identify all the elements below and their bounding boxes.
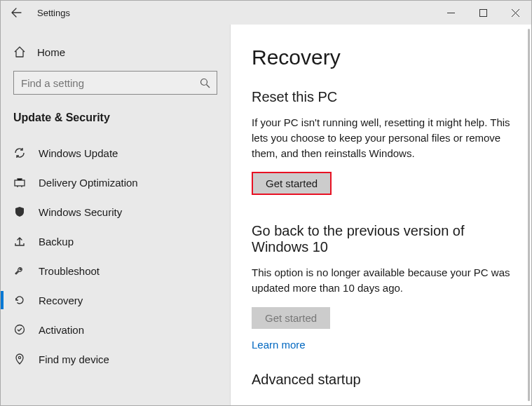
section-body: This option is no longer available becau… (252, 265, 510, 296)
svg-point-4 (18, 356, 20, 358)
sidebar-item-recovery[interactable]: Recovery (1, 285, 230, 315)
find-icon (13, 353, 26, 365)
search-box[interactable] (13, 71, 217, 95)
goback-get-started-button: Get started (252, 307, 330, 329)
sidebar-item-windows-security[interactable]: Windows Security (1, 197, 230, 226)
sidebar-item-delivery-optimization[interactable]: Delivery Optimization (1, 168, 230, 197)
section-go-back: Go back to the previous version of Windo… (252, 223, 510, 351)
content-pane: Recovery Reset this PC If your PC isn't … (231, 25, 531, 405)
section-title: Reset this PC (252, 89, 510, 105)
category-heading: Update & Security (1, 102, 230, 131)
sync-icon (13, 147, 26, 159)
sidebar-item-label: Backup (39, 236, 74, 248)
window-title: Settings (32, 8, 70, 18)
sidebar-item-activation[interactable]: Activation (1, 315, 230, 344)
section-body: If your PC isn't running well, resetting… (252, 115, 510, 161)
home-icon (13, 46, 26, 58)
svg-rect-0 (479, 9, 486, 16)
sidebar: Home Update & Security Windows Update (1, 25, 231, 405)
sidebar-item-label: Find my device (39, 353, 109, 365)
sidebar-item-label: Windows Security (39, 206, 122, 218)
troubleshoot-icon (13, 264, 26, 277)
scrollbar[interactable] (528, 29, 530, 401)
maximize-icon (479, 9, 487, 17)
sidebar-item-label: Activation (39, 324, 84, 336)
sidebar-item-label: Recovery (39, 295, 83, 306)
home-label: Home (37, 46, 65, 58)
search-input[interactable] (14, 77, 193, 89)
search-icon (193, 78, 217, 88)
titlebar: Settings (1, 1, 531, 25)
maximize-button[interactable] (467, 1, 499, 25)
section-advanced-startup: Advanced startup (252, 372, 510, 388)
sidebar-item-troubleshoot[interactable]: Troubleshoot (1, 256, 230, 285)
back-arrow-icon (11, 7, 22, 18)
sidebar-item-label: Delivery Optimization (39, 177, 138, 189)
learn-more-link[interactable]: Learn more (252, 339, 306, 351)
svg-point-3 (15, 325, 25, 334)
settings-window: Settings Home (0, 0, 532, 406)
close-icon (512, 9, 519, 17)
backup-icon (13, 235, 26, 248)
sidebar-item-backup[interactable]: Backup (1, 226, 230, 256)
reset-get-started-button[interactable]: Get started (252, 172, 332, 195)
sidebar-item-windows-update[interactable]: Windows Update (1, 138, 230, 168)
svg-rect-2 (15, 180, 25, 186)
section-reset-this-pc: Reset this PC If your PC isn't running w… (252, 89, 510, 195)
section-title: Go back to the previous version of Windo… (252, 223, 510, 255)
shield-icon (13, 205, 26, 218)
sidebar-item-label: Windows Update (39, 147, 118, 159)
section-title: Advanced startup (252, 372, 510, 388)
page-title: Recovery (252, 46, 510, 69)
nav-list: Windows Update Delivery Optimization Win… (1, 138, 230, 405)
recovery-icon (13, 294, 26, 306)
close-button[interactable] (499, 1, 531, 25)
back-button[interactable] (1, 1, 32, 25)
delivery-icon (13, 176, 26, 189)
sidebar-item-label: Troubleshoot (39, 265, 100, 277)
home-nav[interactable]: Home (1, 40, 230, 64)
activation-icon (13, 323, 26, 336)
minimize-button[interactable] (435, 1, 467, 25)
minimize-icon (447, 9, 455, 17)
sidebar-item-find-my-device[interactable]: Find my device (1, 344, 230, 374)
svg-point-1 (200, 79, 207, 85)
